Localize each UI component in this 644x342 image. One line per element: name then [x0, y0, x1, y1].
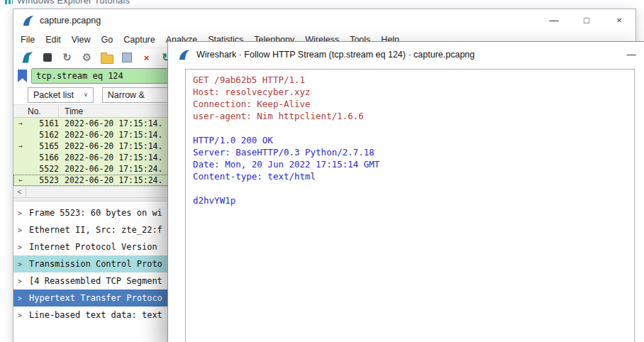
stream-line: Server: BaseHTTP/0.3 Python/2.7.18 — [193, 146, 634, 158]
expander-icon[interactable]: > — [18, 311, 29, 319]
background-window-title: Windows Explorer Tutorials — [17, 0, 130, 6]
scroll-left-arrow-icon[interactable]: < — [13, 187, 26, 197]
toolbar-button[interactable] — [99, 50, 115, 65]
stream-direction-icon: → — [13, 120, 28, 127]
detail-text: Internet Protocol Version — [29, 242, 157, 252]
main-titlebar: capture.pcapng — □ × — [13, 9, 635, 32]
menu-item[interactable]: File — [21, 35, 35, 45]
toolbar-button[interactable] — [118, 50, 135, 65]
close-file-icon: × — [144, 53, 150, 63]
stream-line — [193, 122, 634, 134]
menu-item[interactable]: Edit — [45, 35, 61, 45]
stream-direction-icon: → — [13, 143, 28, 150]
detail-text: Frame 5523: 60 bytes on wi — [29, 208, 162, 218]
detail-text: Line-based text data: text — [29, 310, 162, 320]
window-controls: — □ × — [538, 9, 635, 31]
save-file-icon — [122, 53, 132, 62]
menu-item[interactable]: Go — [101, 35, 113, 45]
stream-line: HTTP/1.0 200 OK — [193, 134, 634, 146]
stream-line: user-agent: Nim httpclient/1.6.6 — [193, 110, 634, 122]
toolbar-button[interactable] — [39, 50, 55, 65]
open-file-icon — [101, 55, 113, 64]
packet-number: 5523 — [28, 175, 59, 185]
expander-icon[interactable]: > — [18, 243, 29, 251]
start-capture-icon — [21, 52, 33, 64]
bookmark-icon[interactable] — [18, 70, 27, 82]
menu-item[interactable]: View — [72, 35, 91, 45]
toolbar-button[interactable]: ↻ — [59, 50, 75, 65]
detail-text: Ethernet II, Src: zte_22:f — [29, 225, 162, 235]
minimize-button[interactable]: — — [538, 9, 570, 31]
packet-time: 2022-06-20 17:15:14. — [59, 118, 162, 128]
background-window-icon — [5, 0, 13, 4]
search-charset-value: Narrow & — [108, 90, 145, 100]
stream-line — [193, 182, 634, 194]
packet-number: 5166 — [28, 153, 59, 162]
expander-icon[interactable]: > — [18, 260, 29, 268]
packet-time: 2022-06-20 17:15:14. — [59, 130, 162, 140]
stream-line: GET /9ab62b5 HTTP/1.1 — [193, 74, 634, 86]
wireshark-logo-icon — [22, 15, 34, 27]
detail-text: Hypertext Transfer Protoco — [29, 293, 162, 303]
packet-number: 5161 — [28, 118, 59, 128]
toolbar-button[interactable]: × — [138, 50, 155, 65]
stream-content[interactable]: GET /9ab62b5 HTTP/1.1 Host: resolvecyber… — [185, 69, 635, 342]
menu-item[interactable]: Capture — [123, 35, 155, 45]
search-scope-select[interactable]: Packet list ∨ — [28, 87, 94, 103]
stream-line: Date: Mon, 20 Jun 2022 17:15:14 GMT — [193, 158, 634, 170]
stream-direction-icon: ← — [13, 177, 28, 184]
column-header-no[interactable]: No. — [13, 105, 59, 117]
stream-line: Content-type: text/html — [193, 170, 634, 182]
expander-icon[interactable]: > — [18, 226, 29, 234]
packet-number: 5162 — [28, 130, 59, 140]
search-scope-value: Packet list — [33, 90, 74, 100]
stream-line: Connection: Keep-Alive — [193, 98, 634, 110]
capture-options-icon: ⚙ — [82, 51, 91, 64]
toolbar-button[interactable] — [19, 50, 35, 65]
toolbar-button[interactable]: ⚙ — [79, 50, 95, 65]
wireshark-logo-icon — [178, 49, 190, 61]
column-header-time[interactable]: Time — [59, 106, 83, 116]
dialog-title: Wireshark · Follow HTTP Stream (tcp.stre… — [196, 50, 474, 60]
expander-icon[interactable]: > — [18, 294, 29, 302]
chevron-down-icon: ∨ — [84, 92, 88, 98]
dialog-titlebar: Wireshark · Follow HTTP Stream (tcp.stre… — [168, 42, 644, 67]
packet-time: 2022-06-20 17:15:14. — [59, 141, 162, 151]
stream-line: Host: resolvecyber.xyz — [193, 86, 634, 98]
packet-time: 2022-06-20 17:15:14. — [59, 153, 162, 162]
detail-text: Transmission Control Proto — [29, 259, 162, 269]
dialog-minimize-button[interactable]: — — [621, 43, 642, 65]
expander-icon[interactable]: > — [18, 209, 29, 217]
packet-number: 5522 — [28, 164, 59, 174]
packet-time: 2022-06-20 17:15:24. — [59, 164, 162, 174]
close-button[interactable]: × — [603, 9, 635, 31]
display-filter-value: tcp.stream eq 124 — [36, 71, 123, 81]
stop-capture-icon — [43, 53, 52, 62]
packet-time: 2022-06-20 17:15:24. — [59, 175, 162, 185]
expander-icon[interactable]: > — [18, 277, 29, 285]
packet-number: 5165 — [28, 141, 59, 151]
stream-line: d2hvYW1p — [193, 194, 634, 206]
follow-stream-dialog: Wireshark · Follow HTTP Stream (tcp.stre… — [167, 41, 644, 342]
screenshot-canvas: Windows Explorer Tutorials capture.pcapn… — [0, 0, 644, 342]
main-window-title: capture.pcapng — [40, 16, 101, 26]
detail-text: [4 Reassembled TCP Segment — [29, 276, 162, 286]
restart-capture-icon: ↻ — [62, 51, 72, 64]
maximize-button[interactable]: □ — [570, 9, 603, 31]
